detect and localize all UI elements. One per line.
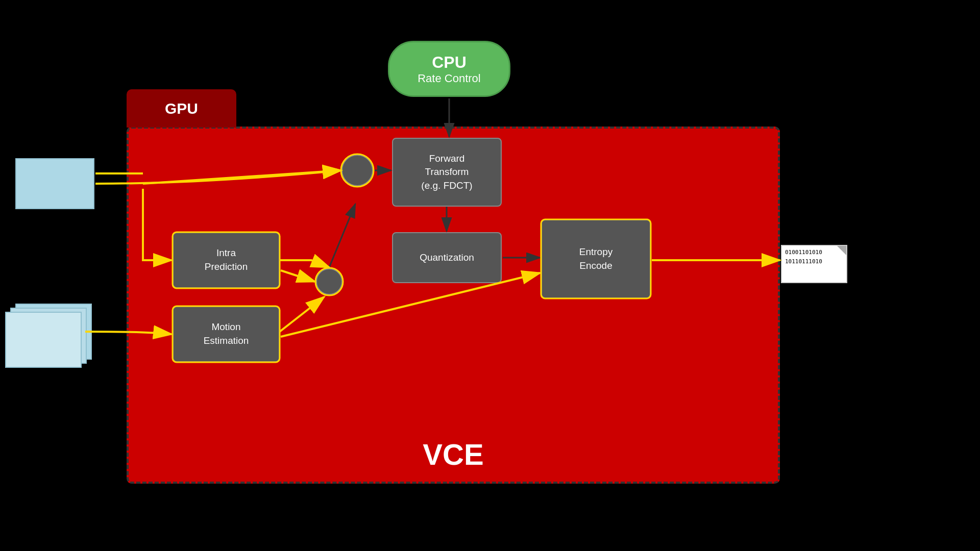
vce-label: VCE xyxy=(423,437,483,471)
frame-stack-front xyxy=(5,312,82,368)
input-frame-single xyxy=(15,158,94,209)
forward-transform-box: ForwardTransform(e.g. FDCT) xyxy=(392,138,502,207)
diagram-container: CPU Rate Control GPU VCE ForwardTransfor… xyxy=(0,0,980,551)
gpu-label: GPU xyxy=(165,100,198,117)
gpu-tab: GPU xyxy=(127,89,236,128)
cpu-sublabel: Rate Control xyxy=(418,72,481,85)
quantization-label: Quantization xyxy=(420,252,474,263)
intra-prediction-label: IntraPrediction xyxy=(205,246,248,273)
bitstream-output: 01001101010 10110111010 xyxy=(781,245,847,283)
quantization-box: Quantization xyxy=(392,232,502,283)
summing-circle-bottom xyxy=(315,268,343,295)
motion-estimation-box: MotionEstimation xyxy=(173,306,280,362)
entropy-encode-box: EntropyEncode xyxy=(541,219,651,298)
intra-prediction-box: IntraPrediction xyxy=(173,232,280,288)
bitstream-fold xyxy=(837,246,846,255)
motion-estimation-label: MotionEstimation xyxy=(204,320,249,347)
cpu-label: CPU xyxy=(432,53,467,72)
summing-circle-top xyxy=(341,154,374,187)
input-frame-stack xyxy=(5,304,84,365)
forward-transform-label: ForwardTransform(e.g. FDCT) xyxy=(421,152,472,193)
cpu-box: CPU Rate Control xyxy=(388,41,510,97)
entropy-encode-label: EntropyEncode xyxy=(579,245,612,272)
